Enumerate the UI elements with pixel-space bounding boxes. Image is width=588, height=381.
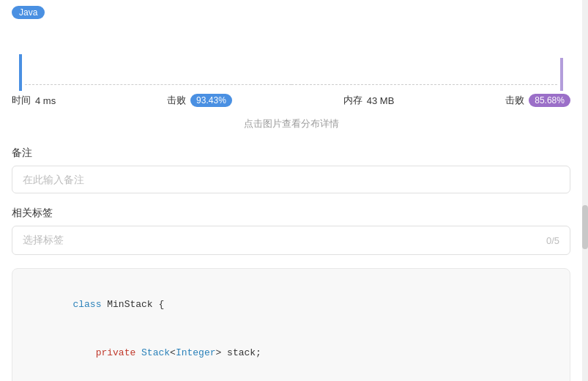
tags-count: 0/5 (546, 235, 559, 246)
dashed-line-right (291, 84, 558, 85)
code-block: class MinStack { private Stack<Integer> … (12, 268, 570, 381)
scrollbar-thumb[interactable] (582, 205, 588, 249)
notes-section: 备注 (0, 139, 582, 199)
tags-label: 相关标签 (12, 207, 570, 220)
page-wrapper: Java 时间 4 ms 击败 (0, 0, 588, 381)
defeat-pct2-badge: 85.68% (529, 94, 570, 107)
time-label: 时间 (12, 94, 31, 107)
defeat-pct1-badge: 93.43% (190, 94, 232, 107)
code-line-1: class MinStack { (27, 281, 555, 329)
time-value: 4 ms (35, 95, 56, 106)
memory-label: 内存 (343, 94, 362, 107)
stat-defeat2: 击败 85.68% (505, 94, 570, 107)
tags-placeholder: 选择标签 (23, 234, 64, 247)
notes-label: 备注 (12, 147, 570, 160)
chart-area[interactable] (0, 25, 582, 91)
notes-input[interactable] (12, 166, 570, 193)
dashed-line-left (25, 84, 291, 85)
stat-defeat1: 击败 93.43% (167, 94, 232, 107)
chart-stats: 时间 4 ms 击败 93.43% 内存 43 MB 击败 85.68% (0, 91, 582, 113)
chart-right (291, 40, 571, 91)
bar-time (19, 54, 22, 91)
content-area: Java 时间 4 ms 击败 (0, 0, 582, 381)
java-tag: Java (12, 6, 45, 19)
stat-time: 时间 4 ms (12, 94, 56, 107)
chart-left (12, 40, 291, 91)
click-hint[interactable]: 点击图片查看分布详情 (0, 113, 582, 139)
chart-inner (12, 40, 570, 91)
code-line-3: private Stack<Integer> minStack; (27, 378, 555, 381)
defeat-label1: 击败 (167, 94, 186, 107)
bar-memory (560, 58, 563, 91)
stat-memory: 内存 43 MB (343, 94, 395, 107)
tags-select[interactable]: 选择标签 0/5 (12, 226, 570, 255)
scrollbar[interactable] (582, 0, 588, 381)
tags-section: 相关标签 选择标签 0/5 (0, 199, 582, 261)
memory-value: 43 MB (367, 95, 395, 106)
code-line-2: private Stack<Integer> stack; (27, 329, 555, 377)
defeat-label2: 击败 (505, 94, 524, 107)
